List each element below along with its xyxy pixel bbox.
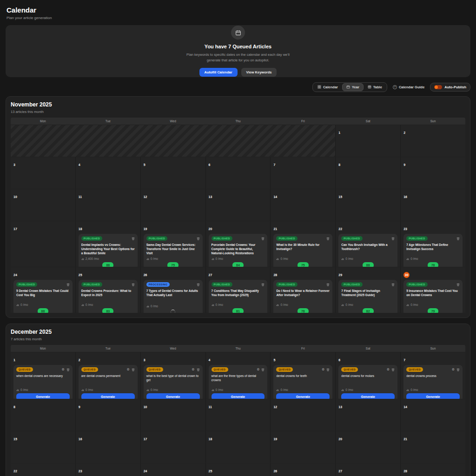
day-cell[interactable]: 9 (76, 399, 140, 431)
trash-icon[interactable] (261, 283, 264, 286)
view-keywords-button[interactable]: View Keywords (241, 68, 277, 77)
gear-icon[interactable]: ⚙ (257, 368, 259, 371)
day-cell[interactable]: 16 (76, 431, 140, 463)
day-cell[interactable]: 14 (271, 189, 335, 221)
article-card[interactable]: PUBLISHED5 Dental Crown Mistakes That Co… (13, 280, 73, 313)
day-cell[interactable]: 2 (401, 125, 465, 157)
generate-button[interactable]: Generate (146, 393, 200, 399)
day-cell[interactable]: 7QUEUED⚙dental crowns process0 /moGenera… (401, 352, 465, 399)
article-card[interactable]: PROCESSING7 Types of Dental Crowns for A… (144, 280, 203, 313)
gear-icon[interactable]: ⚙ (452, 368, 455, 371)
day-cell[interactable]: 14 (401, 399, 465, 431)
day-cell[interactable]: 3 (11, 157, 75, 189)
article-card[interactable]: PUBLISHED7 Final Stages of Invisalign Tr… (338, 280, 397, 313)
day-cell[interactable]: 2QUEUED⚙are dental crowns permanent0 /mo… (76, 352, 140, 399)
generate-button[interactable]: Generate (276, 393, 330, 399)
day-cell[interactable]: 5QUEUED⚙dental crowns for teeth0 /moGene… (271, 352, 335, 399)
day-cell[interactable]: 4 (76, 157, 140, 189)
gear-icon[interactable]: ⚙ (387, 368, 390, 371)
day-cell[interactable]: 11 (76, 189, 140, 221)
calendar-guide-button[interactable]: ? Calendar Guide (393, 85, 424, 89)
trash-icon[interactable] (456, 368, 460, 371)
day-cell[interactable]: 26 (271, 463, 335, 476)
day-cell[interactable]: 15 (11, 431, 75, 463)
gear-icon[interactable]: ⚙ (62, 368, 65, 371)
day-cell[interactable]: 27PUBLISHED7 Conditions That May Disqual… (206, 267, 271, 313)
gear-icon[interactable]: ⚙ (322, 368, 324, 371)
day-cell[interactable]: 25PUBLISHEDDental Crowns Procedure: What… (76, 267, 140, 313)
article-card[interactable]: QUEUED⚙when dental crowns are necessary0… (13, 365, 73, 399)
trash-icon[interactable] (197, 368, 200, 371)
day-cell[interactable]: 27 (336, 463, 400, 476)
day-cell[interactable]: 12 (271, 399, 335, 431)
article-card[interactable]: QUEUED⚙are dental crowns permanent0 /moG… (79, 365, 138, 399)
day-cell[interactable]: 20PUBLISHEDPorcelain Dental Crowns: Your… (206, 221, 271, 267)
day-cell[interactable]: 16 (401, 189, 465, 221)
article-card[interactable]: QUEUED⚙what is the best type of dental c… (144, 365, 203, 399)
trash-icon[interactable] (261, 237, 264, 240)
trash-icon[interactable] (456, 237, 460, 240)
day-cell[interactable]: 20 (336, 431, 400, 463)
generate-button[interactable]: Generate (81, 393, 135, 399)
article-card[interactable]: PUBLISHEDDo I Need to Wear a Retainer Fo… (273, 280, 332, 313)
day-cell[interactable]: 22PUBLISHEDCan You Brush Invisalign With… (336, 221, 400, 267)
day-cell[interactable]: 28 (401, 463, 465, 476)
day-cell[interactable]: 24PUBLISHED5 Dental Crown Mistakes That … (11, 267, 75, 313)
day-cell[interactable]: 10 (141, 399, 205, 431)
auto-publish-toggle[interactable]: Auto-Publish (430, 83, 470, 92)
article-card[interactable]: PUBLISHED7 Age Milestones That Define In… (403, 234, 463, 267)
day-cell[interactable]: 17 (11, 221, 75, 267)
generate-button[interactable]: Generate (406, 393, 460, 399)
trash-icon[interactable] (132, 368, 135, 371)
day-cell[interactable]: 11 (206, 399, 271, 431)
trash-icon[interactable] (66, 283, 70, 286)
trash-icon[interactable] (326, 237, 330, 240)
day-cell[interactable]: 8 (11, 399, 75, 431)
day-cell[interactable]: 3QUEUED⚙what is the best type of dental … (141, 352, 205, 399)
day-cell[interactable]: 17 (141, 431, 205, 463)
day-cell[interactable]: 10 (11, 189, 75, 221)
day-cell[interactable]: 24 (141, 463, 205, 476)
view-year-button[interactable]: Year (342, 83, 364, 91)
trash-icon[interactable] (326, 368, 330, 371)
day-cell[interactable]: 18 (206, 431, 271, 463)
article-card[interactable]: QUEUED⚙dental crowns for molars0 /moGene… (338, 365, 397, 399)
trash-icon[interactable] (132, 283, 135, 286)
day-cell[interactable]: 23 (76, 463, 140, 476)
trash-icon[interactable] (391, 283, 395, 286)
day-cell[interactable]: 6 (206, 157, 271, 189)
article-card[interactable]: PUBLISHED7 Conditions That May Disqualif… (209, 280, 268, 313)
article-card[interactable]: PUBLISHEDPorcelain Dental Crowns: Your C… (209, 234, 268, 267)
day-cell[interactable]: 4QUEUED⚙what are the three types of dent… (206, 352, 271, 399)
article-card[interactable]: PUBLISHEDCan You Brush Invisalign With a… (338, 234, 397, 267)
day-cell[interactable]: 21PUBLISHEDWhat is the 30 Minute Rule fo… (271, 221, 335, 267)
trash-icon[interactable] (261, 368, 264, 371)
generate-button[interactable]: Generate (16, 393, 70, 399)
trash-icon[interactable] (66, 368, 70, 371)
day-cell[interactable]: 6QUEUED⚙dental crowns for molars0 /moGen… (336, 352, 400, 399)
article-card[interactable]: PUBLISHEDSame-Day Dental Crown Services:… (144, 234, 203, 267)
trash-icon[interactable] (132, 237, 135, 240)
day-cell[interactable]: 8 (336, 157, 400, 189)
trash-icon[interactable] (391, 237, 395, 240)
day-cell[interactable]: 1QUEUED⚙when dental crowns are necessary… (11, 352, 75, 399)
day-cell[interactable]: 21 (401, 431, 465, 463)
article-card[interactable]: PUBLISHED5 Insurance Mistakes That Cost … (403, 280, 463, 313)
day-cell[interactable]: 30PUBLISHED5 Insurance Mistakes That Cos… (401, 267, 465, 313)
day-cell[interactable]: 23PUBLISHED7 Age Milestones That Define … (401, 221, 465, 267)
day-cell[interactable]: 13 (336, 399, 400, 431)
day-cell[interactable]: 19 (271, 431, 335, 463)
article-card[interactable]: QUEUED⚙dental crowns process0 /moGenerat… (403, 365, 463, 399)
gear-icon[interactable]: ⚙ (126, 368, 129, 371)
day-cell[interactable]: 18PUBLISHEDDental Implants vs Crowns: Un… (76, 221, 140, 267)
view-calendar-button[interactable]: Calendar (313, 83, 342, 91)
article-card[interactable]: PUBLISHEDDental Crowns Procedure: What t… (79, 280, 138, 313)
trash-icon[interactable] (391, 368, 395, 371)
trash-icon[interactable] (456, 283, 460, 286)
trash-icon[interactable] (326, 283, 330, 286)
day-cell[interactable]: 9 (401, 157, 465, 189)
article-card[interactable]: QUEUED⚙what are the three types of denta… (209, 365, 268, 399)
day-cell[interactable]: 22 (11, 463, 75, 476)
day-cell[interactable]: 13 (206, 189, 271, 221)
article-card[interactable]: QUEUED⚙dental crowns for teeth0 /moGener… (273, 365, 332, 399)
